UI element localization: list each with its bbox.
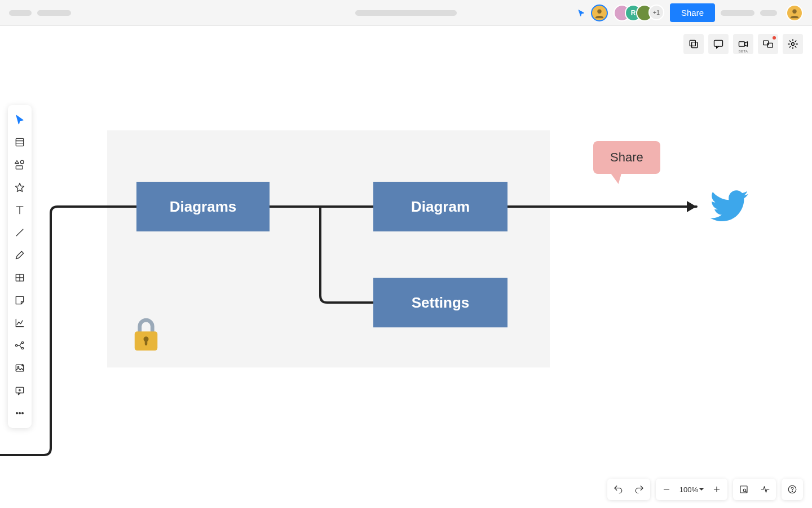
help-icon	[787, 484, 797, 494]
connectors	[0, 26, 812, 508]
share-button[interactable]: Share	[670, 3, 715, 22]
topbar-right: R +1 Share	[577, 3, 803, 22]
collaborator-overflow-badge[interactable]: +1	[648, 5, 664, 20]
node-label: Settings	[412, 294, 470, 312]
bottom-toolbar: 100%	[607, 479, 803, 500]
redo-button[interactable]	[629, 479, 650, 500]
zoom-out-button[interactable]	[656, 479, 677, 500]
zoom-group: 100%	[656, 479, 727, 500]
node-label: Diagrams	[170, 198, 237, 216]
topbar: R +1 Share	[0, 0, 812, 26]
document-title-placeholder[interactable]	[355, 10, 457, 16]
node-settings[interactable]: Settings	[373, 278, 508, 327]
minus-icon	[661, 484, 672, 494]
svg-point-44	[792, 491, 792, 492]
topbar-center	[355, 10, 457, 16]
canvas[interactable]: Diagrams Diagram Settings Share	[0, 26, 812, 508]
caret-down-icon	[699, 488, 704, 493]
svg-line-42	[745, 491, 747, 492]
undo-button[interactable]	[607, 479, 629, 500]
collaborator-avatars: R +1	[614, 5, 664, 21]
svg-point-0	[597, 9, 601, 13]
svg-point-1	[792, 9, 796, 13]
zoom-level[interactable]: 100%	[677, 485, 706, 494]
current-user-avatar[interactable]	[591, 5, 608, 21]
plus-icon	[712, 484, 722, 494]
topbar-placeholder-1[interactable]	[721, 10, 754, 16]
view-group	[733, 479, 776, 500]
menu-placeholder[interactable]	[9, 10, 32, 16]
node-label: Diagram	[411, 198, 470, 216]
title-placeholder[interactable]	[37, 10, 71, 16]
svg-rect-36	[145, 340, 148, 345]
twitter-icon[interactable]	[709, 186, 750, 229]
help-group	[782, 479, 803, 500]
cursor-indicator-icon	[577, 9, 585, 17]
node-diagram[interactable]: Diagram	[373, 182, 508, 231]
activity-icon	[760, 484, 770, 494]
help-button[interactable]	[782, 479, 803, 500]
history-group	[607, 479, 650, 500]
callout-label: Share	[610, 150, 643, 164]
minimap-icon	[739, 484, 749, 494]
svg-marker-33	[687, 201, 696, 212]
activity-button[interactable]	[754, 479, 776, 500]
redo-icon	[634, 484, 645, 494]
undo-icon	[613, 484, 623, 494]
share-callout[interactable]: Share	[593, 141, 660, 174]
lock-icon[interactable]	[131, 317, 161, 360]
topbar-left	[9, 10, 71, 16]
topbar-placeholder-2[interactable]	[760, 10, 777, 16]
node-diagrams[interactable]: Diagrams	[136, 182, 270, 231]
account-avatar[interactable]	[786, 5, 803, 21]
minimap-button[interactable]	[733, 479, 754, 500]
zoom-in-button[interactable]	[706, 479, 727, 500]
zoom-value: 100%	[679, 485, 698, 494]
